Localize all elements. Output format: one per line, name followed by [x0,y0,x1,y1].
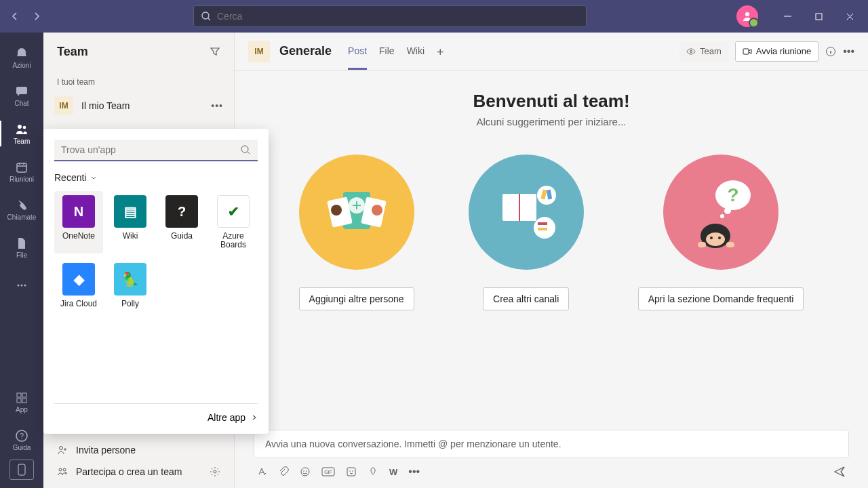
window-minimize[interactable] [774,5,800,27]
app-tile-wiki[interactable]: ▤Wiki [106,191,155,253]
app-tile-azure-boards[interactable]: ✔Azure Boards [209,191,258,253]
svg-point-5 [23,125,26,129]
compose-input[interactable]: Avvia una nuova conversazione. Immetti @… [254,430,849,458]
nav-back[interactable] [5,7,24,26]
tab-file[interactable]: File [379,33,395,70]
svg-point-39 [720,214,724,218]
svg-rect-45 [698,242,706,247]
app-tile-polly[interactable]: 🦜Polly [106,259,155,312]
app-search-input[interactable] [61,144,240,155]
rail-label: Team [14,138,30,145]
tab-post[interactable]: Post [348,33,367,70]
invite-label: Invita persone [76,445,136,455]
app-search[interactable] [54,140,258,161]
svg-point-21 [690,50,692,52]
your-teams-label: I tuoi team [43,70,234,91]
svg-rect-52 [347,468,355,476]
eye-icon [686,47,696,56]
rail-label: App [16,406,28,413]
rail-mobile[interactable] [9,460,34,480]
attach-icon[interactable] [278,466,289,477]
svg-rect-36 [538,228,547,230]
rail-activity[interactable]: Azioni [0,39,43,76]
invite-people[interactable]: Invita persone [43,439,234,461]
svg-point-1 [745,12,749,16]
rail-calendar[interactable]: Riunioni [0,153,43,190]
rail-chat[interactable]: Chat [0,77,43,114]
welcome-panel: Benvenuti al team! Alcuni suggerimenti p… [235,70,868,423]
app-tile-jira-cloud[interactable]: ◆Jira Cloud [54,259,103,312]
w-icon[interactable]: W [389,467,397,477]
chevron-right-icon [251,414,258,421]
main-area: IM Generale Post File Wiki + Team Avvia … [235,33,868,488]
app-picker-popup: Recenti NOneNote▤Wiki?Guida✔Azure Boards… [43,129,269,434]
search-input[interactable] [217,11,579,22]
faq-button[interactable]: Apri la sezione Domande frequenti [638,287,804,310]
user-avatar[interactable] [736,5,758,27]
meet-now-button[interactable]: Avvia riunione [735,41,818,62]
svg-point-44 [718,237,721,239]
emoji-icon[interactable] [300,466,311,477]
card-add-people: Aggiungi altre persone [299,155,414,310]
card-illustration [299,155,414,270]
team-more-icon[interactable]: ••• [211,100,223,111]
svg-point-43 [710,237,713,239]
svg-rect-13 [22,399,26,403]
tab-add[interactable]: + [437,33,444,70]
card-faq: ? Apri la sezione Domande frequenti [638,155,804,310]
svg-point-42 [706,232,725,246]
search-icon [240,144,251,155]
team-row[interactable]: IM Il mio Team ••• [43,91,234,121]
format-icon[interactable] [256,466,267,477]
filter-icon[interactable] [210,46,220,57]
app-label: Jira Cloud [60,300,97,308]
app-icon: ◆ [62,263,95,296]
app-rail: Azioni Chat Team Riunioni Chiamate File … [0,33,43,488]
channel-name: Generale [279,44,332,58]
svg-point-0 [202,12,209,19]
sticker-icon[interactable] [346,466,357,477]
info-icon[interactable] [825,46,836,57]
settings-icon[interactable] [210,466,220,477]
join-create-team[interactable]: Partecipa o crea un team [43,461,234,483]
tab-wiki[interactable]: Wiki [407,33,425,70]
rail-calls[interactable]: Chiamate [0,191,43,228]
svg-point-38 [724,207,731,214]
global-search[interactable] [193,5,587,27]
title-bar [0,0,868,33]
chevron-down-icon [90,174,97,181]
recenti-header[interactable]: Recenti [54,172,258,183]
more-apps[interactable]: Altre app [54,403,258,423]
praise-icon[interactable] [368,466,378,477]
rail-label: Chiamate [7,214,37,221]
svg-rect-3 [16,87,27,94]
svg-point-31 [537,186,556,205]
svg-text:?: ? [20,432,24,440]
create-channels-button[interactable]: Crea altri canali [483,287,569,310]
org-pill[interactable]: Team [679,41,728,62]
rail-label: File [16,251,27,259]
app-tile-guida[interactable]: ?Guida [157,191,206,253]
sidebar-title: Team [57,45,88,59]
svg-point-8 [21,285,23,287]
app-grid: NOneNote▤Wiki?Guida✔Azure Boards◆Jira Cl… [54,191,258,312]
add-people-button[interactable]: Aggiungi altre persone [299,287,414,310]
window-maximize[interactable] [806,5,831,27]
app-tile-onenote[interactable]: NOneNote [54,191,103,253]
rail-more[interactable] [0,267,43,304]
header-more-icon[interactable]: ••• [843,45,854,58]
app-icon: ✔ [217,195,250,228]
compose-more-icon[interactable]: ••• [408,466,420,478]
gif-icon[interactable]: GIF [321,467,335,476]
rail-help[interactable]: ?Guida [0,422,43,458]
rail-files[interactable]: File [0,229,43,266]
svg-point-55 [241,146,248,152]
channel-badge: IM [248,41,270,62]
rail-teams[interactable]: Team [0,115,43,152]
app-label: Polly [121,300,139,308]
nav-forward[interactable] [27,7,46,26]
svg-point-20 [214,470,216,473]
window-close[interactable] [837,5,863,27]
send-icon[interactable] [833,465,846,479]
rail-apps[interactable]: App [0,384,43,420]
